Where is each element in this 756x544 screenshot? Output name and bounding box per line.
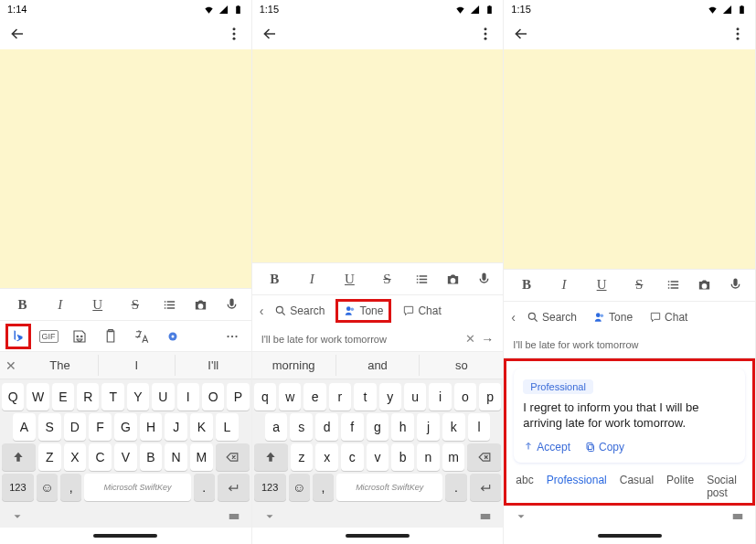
chat-action[interactable]: Chat: [397, 302, 446, 320]
suggestion-3[interactable]: so: [420, 355, 503, 376]
chevron-down-icon[interactable]: [263, 510, 276, 523]
period-key[interactable]: .: [194, 474, 215, 501]
comma-key[interactable]: ,: [313, 474, 334, 501]
key-j[interactable]: j: [417, 413, 440, 441]
camera-icon[interactable]: [445, 272, 461, 287]
comma-key[interactable]: ,: [60, 474, 81, 501]
key-w[interactable]: W: [27, 383, 48, 411]
search-action[interactable]: Search: [269, 302, 330, 320]
back-icon[interactable]: [261, 26, 278, 42]
key-i[interactable]: I: [177, 383, 199, 411]
key-s[interactable]: s: [290, 413, 313, 441]
sticker-icon[interactable]: [66, 325, 93, 348]
period-key[interactable]: .: [445, 474, 466, 501]
key-x[interactable]: X: [64, 443, 87, 471]
more-toolbar-icon[interactable]: [218, 325, 246, 348]
suggestion-2[interactable]: I: [99, 355, 176, 376]
camera-icon[interactable]: [697, 277, 712, 293]
key-q[interactable]: Q: [2, 383, 24, 411]
key-z[interactable]: z: [291, 443, 314, 471]
underline-button[interactable]: U: [338, 272, 360, 287]
key-c[interactable]: c: [341, 443, 364, 471]
key-p[interactable]: p: [479, 383, 501, 411]
key-w[interactable]: w: [279, 383, 301, 411]
close-suggestions-icon[interactable]: ✕: [0, 358, 22, 373]
mic-icon[interactable]: [476, 272, 492, 287]
list-icon[interactable]: [665, 277, 681, 293]
key-o[interactable]: o: [454, 383, 476, 411]
location-icon[interactable]: [159, 325, 186, 348]
emoji-key[interactable]: ☺: [289, 474, 310, 501]
key-y[interactable]: y: [379, 383, 401, 411]
key-h[interactable]: H: [140, 413, 163, 441]
chevron-down-icon[interactable]: [11, 510, 24, 523]
underline-button[interactable]: U: [87, 297, 109, 313]
more-icon[interactable]: [226, 26, 242, 42]
keyboard-icon[interactable]: [228, 510, 240, 523]
suggestion-1[interactable]: The: [22, 355, 99, 376]
key-j[interactable]: J: [165, 413, 187, 441]
key-l[interactable]: L: [216, 413, 239, 441]
submit-icon[interactable]: →: [481, 332, 494, 347]
back-icon[interactable]: [513, 26, 529, 42]
translate-icon[interactable]: [128, 325, 155, 348]
key-y[interactable]: Y: [127, 383, 149, 411]
key-n[interactable]: n: [417, 443, 440, 471]
tab-casual[interactable]: Casual: [620, 474, 654, 499]
bold-button[interactable]: B: [12, 297, 34, 313]
shift-key[interactable]: [2, 443, 36, 471]
key-s[interactable]: S: [38, 413, 61, 441]
tone-action[interactable]: Tone: [335, 299, 391, 323]
strike-button[interactable]: S: [124, 297, 146, 313]
suggestion-1[interactable]: morning: [252, 355, 336, 376]
shift-key[interactable]: [254, 443, 288, 471]
numeric-key[interactable]: 123: [254, 474, 286, 501]
key-t[interactable]: T: [101, 383, 123, 411]
italic-button[interactable]: I: [301, 272, 323, 287]
strike-button[interactable]: S: [628, 277, 650, 293]
key-z[interactable]: Z: [38, 443, 61, 471]
key-f[interactable]: f: [341, 413, 364, 441]
copy-button[interactable]: Copy: [585, 441, 624, 453]
tab-polite[interactable]: Polite: [666, 474, 694, 499]
clipboard-icon[interactable]: [97, 325, 124, 348]
key-g[interactable]: g: [367, 413, 389, 441]
key-r[interactable]: R: [77, 383, 99, 411]
key-e[interactable]: e: [303, 383, 325, 411]
more-icon[interactable]: [477, 26, 494, 42]
nav-pill[interactable]: [93, 534, 157, 538]
backspace-key[interactable]: [467, 443, 501, 471]
tab-professional[interactable]: Professional: [547, 474, 607, 499]
nav-pill[interactable]: [598, 534, 662, 538]
mic-icon[interactable]: [224, 297, 240, 313]
key-x[interactable]: x: [315, 443, 338, 471]
chevron-left-icon[interactable]: ‹: [260, 304, 264, 318]
note-area[interactable]: [252, 49, 504, 262]
underline-button[interactable]: U: [591, 277, 612, 293]
space-key[interactable]: Microsoft SwiftKey: [84, 474, 190, 501]
nav-pill[interactable]: [346, 534, 410, 538]
keyboard-icon[interactable]: [731, 510, 744, 523]
tone-action[interactable]: Tone: [588, 308, 638, 326]
input-line[interactable]: I'll be late for work tomorrow: [504, 333, 755, 358]
key-k[interactable]: k: [442, 413, 465, 441]
list-icon[interactable]: [414, 272, 430, 287]
tab-socialpost[interactable]: Social post: [707, 474, 743, 499]
suggestion-3[interactable]: I'll: [176, 355, 251, 376]
search-action[interactable]: Search: [521, 308, 582, 326]
key-c[interactable]: C: [89, 443, 112, 471]
key-f[interactable]: F: [89, 413, 112, 441]
tab-abc[interactable]: abc: [516, 474, 533, 499]
bold-button[interactable]: B: [516, 277, 538, 293]
key-b[interactable]: b: [391, 443, 414, 471]
note-area[interactable]: [0, 49, 251, 288]
more-icon[interactable]: [729, 26, 746, 42]
accept-button[interactable]: Accept: [523, 441, 570, 453]
bold-button[interactable]: B: [263, 272, 285, 287]
key-u[interactable]: U: [152, 383, 174, 411]
key-v[interactable]: v: [367, 443, 389, 471]
back-icon[interactable]: [9, 26, 26, 42]
strike-button[interactable]: S: [377, 272, 399, 287]
mic-icon[interactable]: [728, 277, 743, 293]
emoji-key[interactable]: ☺: [37, 474, 58, 501]
